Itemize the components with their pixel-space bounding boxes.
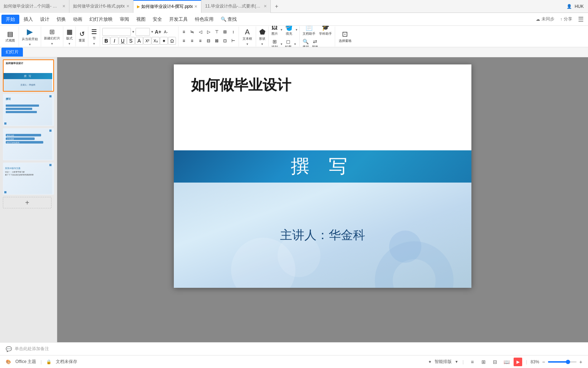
subject-assistant-button[interactable]: 🎓 学科助手 [318, 26, 333, 37]
slide-thumbnail-1[interactable]: 1 如何做毕业设计 撰 写 主讲人：华金科 [3, 59, 54, 92]
clear-format-button[interactable]: ✦ [160, 37, 168, 45]
tab-2-close[interactable]: ✕ [126, 4, 129, 9]
fill-button[interactable]: 🪣 填充 [284, 26, 294, 37]
menu-review[interactable]: 审阅 [116, 15, 133, 24]
tab-add-button[interactable]: + [271, 0, 282, 13]
layout-arrow[interactable]: ▼ [68, 42, 71, 45]
font-family-input[interactable] [102, 28, 131, 36]
book-view-button[interactable]: 📖 [502, 358, 511, 366]
tab-1[interactable]: 如何做毕业设计...个问题- 副本 ✕ [0, 0, 69, 13]
fill-arrow[interactable]: ▼ [295, 28, 298, 32]
zoom-slider[interactable] [548, 361, 577, 363]
list-view-button[interactable]: ≡ [468, 358, 476, 366]
share-button[interactable]: ↑ 分享 [557, 16, 575, 22]
section-button[interactable]: ☰ 节 [90, 27, 98, 42]
zoom-handle[interactable] [566, 360, 570, 364]
comment-bar[interactable]: 💬 单击此处添加备注 [0, 342, 588, 355]
image-button[interactable]: 🖼 图片 [270, 26, 279, 37]
menu-security[interactable]: 安全 [149, 15, 166, 24]
outline-button[interactable]: ◻ 轮廓 [284, 38, 293, 47]
text-mid-button[interactable]: ⊡ [221, 37, 229, 45]
tab-3-close[interactable]: ✕ [194, 4, 197, 9]
reset-button[interactable]: ↺ 重置 [77, 29, 87, 44]
profile-icon[interactable]: 👤 [567, 4, 572, 9]
menu-slideshow[interactable]: 幻灯片放映 [86, 15, 116, 24]
num-list-button[interactable]: ≒ [188, 28, 196, 36]
more-options[interactable]: ☰ [575, 13, 587, 26]
arrange-button[interactable]: ⊞ 排列 [270, 38, 279, 47]
layout-button[interactable]: ▦ 版式 [65, 27, 74, 42]
tab-2[interactable]: 如何做毕业设计6-格式.pptx ✕ [69, 0, 133, 13]
new-slide-button[interactable]: ⊞ 新建幻灯片 [43, 27, 62, 42]
outline-arrow[interactable]: ▼ [294, 43, 297, 46]
arrange-arrow[interactable]: ▼ [280, 43, 283, 46]
font-decrease-button[interactable]: A- [162, 28, 170, 35]
image-arrow[interactable]: ▼ [280, 28, 283, 32]
grid-view-button[interactable]: ⊞ [479, 358, 488, 366]
menu-devtools[interactable]: 开发工具 [166, 15, 191, 24]
font-increase-button[interactable]: A+ [155, 28, 162, 35]
play-icon: ▶ [27, 27, 33, 37]
italic-button[interactable]: I [111, 37, 118, 45]
align-left-button[interactable]: ≡ [180, 37, 188, 45]
underline-button[interactable]: U [119, 37, 127, 45]
font-size-input[interactable]: 0 [136, 28, 150, 36]
find-replace-button[interactable]: 🔍 查找 [301, 38, 310, 47]
menu-insert[interactable]: 插入 [20, 15, 36, 24]
text-direction-button[interactable]: ⊤ [213, 28, 221, 36]
section-arrow[interactable]: ▼ [93, 42, 95, 45]
menu-design[interactable]: 设计 [36, 15, 53, 24]
char-spacing-button[interactable]: Ω [168, 37, 176, 45]
sync-status[interactable]: ☁ 未同步 [536, 16, 557, 22]
font-color-button[interactable]: A [135, 37, 143, 45]
text-top-button[interactable]: ⊠ [213, 37, 221, 45]
doc-assistant-button[interactable]: 📄 文档助手 [301, 26, 317, 37]
superscript-button[interactable]: X² [143, 37, 151, 45]
tab-3[interactable]: ▶ 如何做毕业设计4-撰写.pptx ✕ [133, 0, 202, 13]
align-center-button[interactable]: ≡ [188, 37, 196, 45]
indent-inc-button[interactable]: ▷ [205, 28, 212, 36]
tab-4[interactable]: 11.毕业设计作品-...式要求(1) (1)... ✕ [201, 0, 271, 13]
play-arrow[interactable]: ▼ [29, 43, 31, 46]
smart-sort-arrow[interactable]: ▼ [455, 360, 458, 364]
menu-animation[interactable]: 动画 [69, 15, 86, 24]
shapes-button[interactable]: ⬟ 形状 [258, 27, 267, 42]
replace-button[interactable]: ⇄ 替换 [310, 38, 320, 47]
tab-4-close[interactable]: ✕ [264, 4, 267, 9]
menu-special[interactable]: 特色应用 [191, 15, 217, 24]
menu-view[interactable]: 视图 [133, 15, 149, 24]
strikethrough-button[interactable]: S [127, 37, 135, 45]
tab-1-close[interactable]: ✕ [62, 4, 65, 9]
new-slide-arrow[interactable]: ▼ [51, 42, 54, 45]
indent-dec-button[interactable]: ◁ [196, 28, 204, 36]
text-bottom-button[interactable]: ⊢ [229, 37, 237, 45]
columns-button[interactable]: ⊞ [221, 28, 229, 36]
line-height-button[interactable]: ↕ [229, 28, 237, 36]
start-from-current-button[interactable]: ▶ 从当前开始 [20, 26, 39, 42]
tab-slide[interactable]: 幻灯片 [1, 48, 23, 57]
align-right-button[interactable]: ≡ [196, 37, 204, 45]
menu-search[interactable]: 🔍 查找 [217, 15, 240, 24]
bold-button[interactable]: B [102, 37, 110, 45]
justify-button[interactable]: ⊟ [205, 37, 212, 45]
zoom-decrease-button[interactable]: − [542, 359, 545, 365]
subscript-button[interactable]: X₂ [152, 37, 160, 45]
slide-thumbnail-2[interactable]: 2 撰写 [3, 94, 54, 126]
bullet-list-button[interactable]: ≡ [180, 28, 188, 36]
present-button[interactable]: ▶ [514, 358, 522, 366]
font-size-arrow[interactable]: ▼ [151, 30, 154, 34]
add-slide-button[interactable]: + [3, 197, 52, 208]
font-family-arrow[interactable]: ▼ [132, 30, 135, 34]
menu-start[interactable]: 开始 [1, 15, 19, 24]
slide-canvas[interactable]: 如何做毕业设计 撰 写 主讲人：华金科 [174, 64, 471, 288]
textbox-button[interactable]: A 文本框 [240, 27, 254, 42]
shapes-arrow[interactable]: ▼ [261, 43, 264, 46]
split-view-button[interactable]: ⊟ [491, 358, 499, 366]
select-pane-button[interactable]: ⊡ 选择窗格 [337, 29, 354, 44]
slide-thumbnail-4[interactable]: 4 某某20版专文题 论证一：分析章节复习材 最了了了自以前已的所有经典典章章 [3, 163, 54, 195]
slide-thumbnail-3[interactable]: 3 稿交文档 少出差材 自己己的信息找 [3, 128, 54, 160]
menu-transition[interactable]: 切换 [53, 15, 69, 24]
textbox-arrow[interactable]: ▼ [246, 43, 249, 46]
view-mode-button[interactable]: ▤ 式视图 [4, 29, 16, 44]
zoom-increase-button[interactable]: + [579, 359, 582, 365]
